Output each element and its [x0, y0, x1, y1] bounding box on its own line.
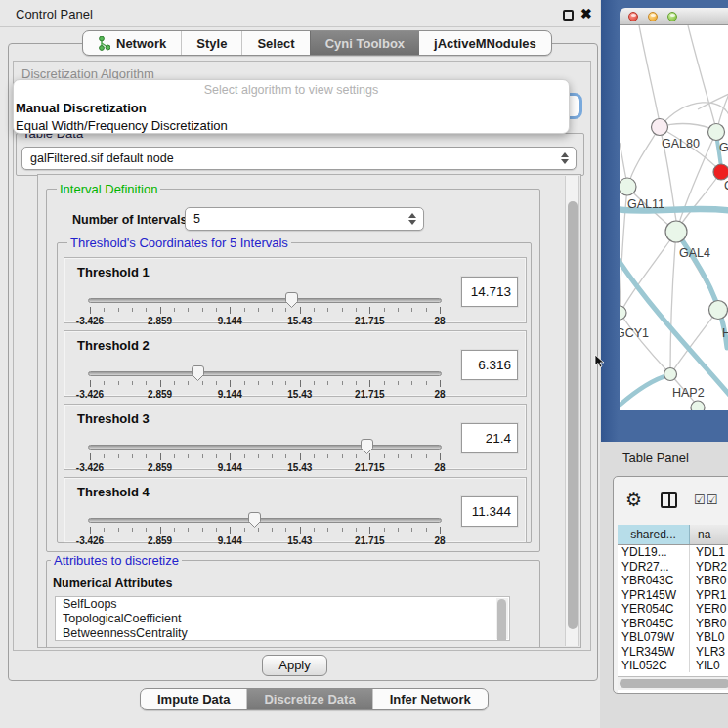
interval-definition-title: Interval Definition [57, 183, 160, 195]
threshold-value-field[interactable]: 21.4 [461, 423, 518, 453]
slider-thumb[interactable] [247, 511, 262, 533]
network-node-label: GAL4 [679, 246, 710, 260]
tab-impute-data[interactable]: Impute Data [141, 689, 246, 709]
minimize-traffic-light-icon[interactable] [648, 12, 658, 21]
table-row[interactable]: YDR27...YDR2 [618, 560, 728, 575]
table-row[interactable]: YIL052CYIL0 [618, 659, 728, 672]
network-node[interactable] [665, 221, 687, 242]
slider-thumb[interactable] [360, 438, 374, 459]
network-node[interactable] [664, 368, 677, 381]
tab-cyni-toolbox[interactable]: Cyni Toolbox [310, 31, 419, 55]
tick-mark [174, 528, 175, 532]
tick-mark [411, 381, 412, 385]
network-canvas[interactable]: GAL80GACGAL11GAL4GCY1HHAP2 [620, 25, 728, 410]
tick-mark [285, 454, 286, 458]
table-row[interactable]: YLR345WYLR3 [618, 645, 728, 660]
popup-option-equal-width-frequency[interactable]: Equal Width/Frequency Discretization [14, 117, 569, 134]
tick-label: -3.426 [76, 462, 104, 473]
numerical-attributes-list[interactable]: SelfLoopsTopologicalCoefficientBetweenne… [55, 596, 510, 641]
table-row[interactable]: YPR145WYPR1 [618, 588, 728, 603]
bottom-tabbar: Impute Data Discretize Data Infer Networ… [140, 688, 489, 710]
tick-label: 2.859 [148, 462, 172, 473]
tick-mark [258, 381, 259, 385]
slider-track[interactable] [88, 518, 442, 523]
popup-option-manual-discretization[interactable]: Manual Discretization [14, 100, 569, 117]
number-of-intervals-combobox[interactable]: 5 [185, 207, 424, 231]
table-data-value: galFiltered.sif default node [30, 151, 174, 165]
slider-track[interactable] [88, 298, 442, 303]
tick-mark [118, 308, 119, 312]
list-item[interactable]: BetweennessCentrality [56, 626, 509, 641]
close-traffic-light-icon[interactable] [628, 12, 638, 21]
threshold-value-field[interactable]: 11.344 [461, 496, 518, 527]
tick-mark [342, 528, 343, 532]
network-node[interactable] [620, 306, 626, 320]
top-tabbar: Network Style Select Cyni Toolbox jActiv… [82, 30, 552, 56]
threshold-slider[interactable]: -3.4262.8599.14415.4321.71528 [88, 438, 442, 469]
tab-style[interactable]: Style [181, 31, 241, 55]
tick-mark [244, 381, 245, 385]
combo-spinner-icon [408, 213, 416, 225]
threshold-slider[interactable]: -3.4262.8599.14415.4321.71528 [88, 364, 442, 396]
float-window-icon[interactable] [563, 10, 574, 21]
table-row[interactable]: YDL19...YDL1 [618, 545, 728, 560]
slider-thumb[interactable] [284, 291, 299, 313]
network-node[interactable] [691, 401, 705, 410]
gear-icon[interactable]: ⚙ [625, 489, 642, 511]
tab-infer-network[interactable]: Infer Network [372, 689, 488, 709]
tick-mark [104, 381, 105, 385]
tab-select[interactable]: Select [241, 31, 309, 55]
split-view-icon[interactable] [661, 492, 677, 508]
table-row[interactable]: YBR045CYBR0 [618, 617, 728, 631]
threshold-value-field[interactable]: 14.713 [461, 277, 518, 307]
list-scrollbar-thumb[interactable] [497, 599, 506, 641]
column-header-name[interactable]: na [690, 525, 728, 544]
table-data-combobox[interactable]: galFiltered.sif default node [21, 147, 577, 170]
threshold-value-field[interactable]: 6.316 [461, 350, 518, 380]
network-node[interactable] [713, 164, 728, 180]
tick-mark [160, 307, 161, 314]
tick-mark [216, 528, 217, 532]
tick-mark [369, 527, 370, 534]
tick-mark [160, 453, 161, 460]
threshold-slider[interactable]: -3.4262.8599.14415.4321.71528 [88, 511, 442, 542]
table-horizontal-scrollbar[interactable] [618, 676, 728, 690]
network-node[interactable] [652, 119, 668, 136]
select-columns-icons[interactable]: ☑☑ [694, 492, 718, 507]
tick-mark [272, 454, 273, 458]
slider-thumb[interactable] [191, 364, 205, 386]
tick-mark [132, 528, 133, 532]
slider-track[interactable] [88, 371, 442, 376]
close-icon[interactable]: ✖ [580, 6, 592, 21]
threshold-slider[interactable]: -3.4262.8599.14415.4321.71528 [88, 291, 442, 322]
mouse-cursor [594, 354, 605, 369]
table-row[interactable]: YBL079WYBL0 [618, 630, 728, 645]
tick-mark [118, 381, 119, 385]
tick-mark [188, 381, 189, 385]
maximize-traffic-light-icon[interactable] [667, 12, 677, 21]
network-node[interactable] [620, 178, 636, 195]
tick-mark [384, 308, 385, 312]
slider-track[interactable] [88, 445, 442, 450]
network-window-titlebar[interactable] [620, 8, 728, 25]
tick-mark [244, 308, 245, 312]
list-item[interactable]: SelfLoops [56, 597, 509, 612]
settings-vertical-scrollbar[interactable] [565, 176, 579, 646]
tab-network[interactable]: Network [83, 31, 181, 55]
apply-button[interactable]: Apply [262, 655, 327, 676]
network-node[interactable] [708, 124, 725, 141]
column-header-shared-name[interactable]: shared... [618, 525, 690, 544]
list-item[interactable]: TopologicalCoefficient [56, 612, 509, 626]
slider-tick-labels: -3.4262.8599.14415.4321.71528 [90, 535, 440, 545]
table-row[interactable]: YER054CYER0 [618, 602, 728, 617]
list-scrollbar[interactable] [496, 598, 508, 639]
settings-scrollbar-thumb[interactable] [568, 201, 578, 629]
cell-name: YBL0 [690, 630, 728, 645]
tab-discretize-data[interactable]: Discretize Data [246, 689, 371, 709]
control-panel-titlebar: Control Panel ✖ [0, 0, 600, 27]
network-node[interactable] [709, 301, 728, 320]
tab-jactivemnodules[interactable]: jActiveMNodules [419, 31, 551, 55]
table-hscrollbar-thumb[interactable] [620, 679, 728, 688]
table-row[interactable]: YBR043CYBR0 [618, 574, 728, 588]
network-graph: GAL80GACGAL11GAL4GCY1HHAP2 [620, 25, 728, 410]
